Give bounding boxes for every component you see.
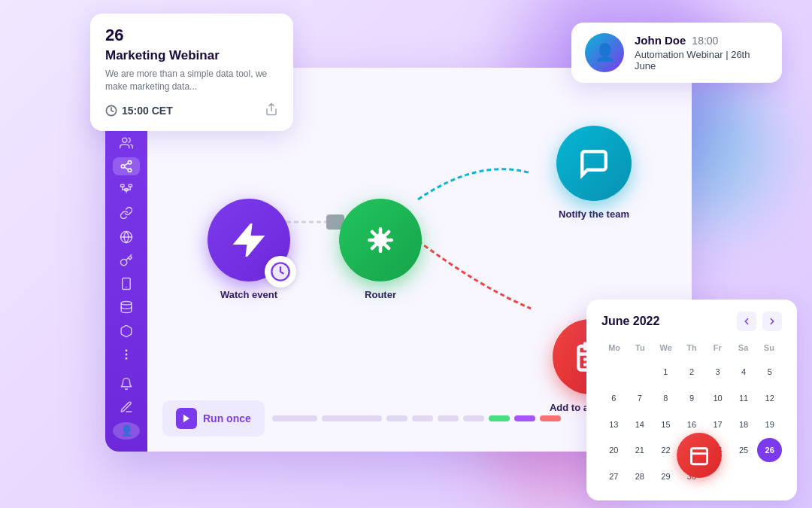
progress-seg-green [489,415,510,421]
calendar-day[interactable]: 26 [757,438,782,463]
calendar-day[interactable]: 9 [680,386,704,411]
day-su: Su [756,340,782,355]
svg-point-20 [126,354,127,355]
calendar-day[interactable]: 28 [628,464,653,488]
calendar-days-header: Mo Tu We Th Fr Sa Su [601,340,782,355]
sidebar-item-users[interactable] [113,134,140,151]
calendar-day[interactable]: 17 [705,412,730,437]
router-icon [364,224,397,257]
sidebar-item-globe[interactable] [113,228,140,245]
sidebar-item-bell[interactable] [113,375,140,392]
calendar-day[interactable]: 8 [653,386,678,411]
calendar-day[interactable]: 15 [653,412,678,437]
john-doe-time: 18:00 [692,35,718,47]
sidebar-item-share[interactable] [113,157,140,175]
sidebar-item-hierarchy[interactable] [113,181,140,199]
sidebar-item-settings[interactable] [113,399,140,416]
run-once-button[interactable]: Run once [162,400,265,437]
sidebar-item-cube[interactable] [113,322,140,339]
calendar-day[interactable]: 10 [705,386,730,411]
calendar-prev-button[interactable] [737,312,756,331]
calendar-day[interactable]: 6 [601,386,626,411]
day-we: We [653,340,679,355]
sidebar-item-database[interactable] [113,299,140,316]
svg-line-5 [124,167,128,169]
progress-seg-6 [463,415,484,421]
watch-event-label: Watch event [220,289,277,300]
day-fr: Fr [704,340,730,355]
john-doe-name: John Doe 18:00 [635,34,768,47]
router-label: Router [365,289,396,300]
john-doe-info: John Doe 18:00 Automation Webinar | 26th… [635,34,768,71]
calendar-day[interactable]: 2 [680,360,704,385]
sidebar-item-link[interactable] [113,205,140,222]
calendar-day[interactable]: 20 [601,438,626,463]
chat-icon [578,148,610,179]
calendar-day[interactable]: 14 [628,412,653,437]
progress-seg-red [540,415,561,421]
day-sa: Sa [730,340,756,355]
svg-point-26 [377,236,385,245]
sidebar-item-more[interactable] [113,345,140,363]
calendar-day[interactable]: 19 [757,412,782,437]
clock-small-icon [270,261,291,282]
webinar-date: 26 [105,26,278,45]
lightning-icon [232,224,265,257]
progress-seg-2 [322,415,382,421]
calendar-next-button[interactable] [762,312,782,331]
webinar-time: 15:00 CET [105,105,173,117]
calendar-day[interactable]: 11 [732,386,756,411]
notify-node[interactable]: Notify the team [556,126,632,220]
calendar-header: June 2022 [601,312,782,331]
webinar-title: Marketing Webinar [105,48,278,63]
svg-rect-32 [692,449,707,464]
calendar-day[interactable]: 12 [757,386,782,411]
router-circle [339,199,422,281]
calendar-day[interactable]: 5 [757,360,782,385]
webinar-time-row: 15:00 CET [105,102,278,119]
play-triangle-icon [181,413,192,424]
webinar-share-icon[interactable] [265,102,278,119]
small-red-node [677,433,722,478]
calendar-day[interactable]: 27 [601,464,626,488]
svg-point-1 [123,138,127,142]
calendar-day[interactable]: 25 [732,438,756,463]
day-tu: Tu [627,340,653,355]
calendar-month: June 2022 [601,315,659,328]
clock-badge [265,256,296,287]
sidebar-avatar[interactable]: 👤 [113,422,140,440]
calendar-day[interactable]: 4 [732,360,756,385]
calendar-day[interactable]: 13 [601,412,626,437]
calendar-day [601,360,626,385]
svg-marker-31 [183,415,189,423]
progress-seg-4 [412,415,433,421]
progress-seg-1 [272,415,317,421]
watch-event-node[interactable]: Watch event [208,199,290,300]
calendar-day [757,464,782,488]
calendar-day[interactable]: 22 [653,438,678,463]
svg-marker-24 [237,227,262,254]
watch-event-circle [208,199,290,281]
run-once-label: Run once [203,412,251,424]
calendar-day[interactable]: 18 [732,412,756,437]
webinar-description: We are more than a simple data tool, we … [105,68,278,93]
notify-label: Notify the team [559,208,629,220]
small-calendar-icon [689,445,710,466]
calendar-day[interactable]: 21 [628,438,653,463]
calendar-day[interactable]: 1 [653,360,678,385]
calendar-day[interactable]: 29 [653,464,678,488]
router-node[interactable]: Router [339,199,422,300]
sidebar-item-mobile[interactable] [113,275,140,293]
progress-seg-5 [438,415,459,421]
progress-seg-3 [386,415,408,421]
calendar-day [732,464,756,488]
svg-point-18 [121,302,132,306]
calendar-day[interactable]: 3 [705,360,730,385]
svg-point-19 [126,350,127,351]
calendar-day[interactable]: 7 [628,386,653,411]
sidebar-item-key[interactable] [113,251,140,269]
john-doe-subtitle: Automation Webinar | 26th June [635,49,768,71]
clock-icon [105,105,117,117]
notify-circle [556,126,632,201]
day-mo: Mo [601,340,627,355]
